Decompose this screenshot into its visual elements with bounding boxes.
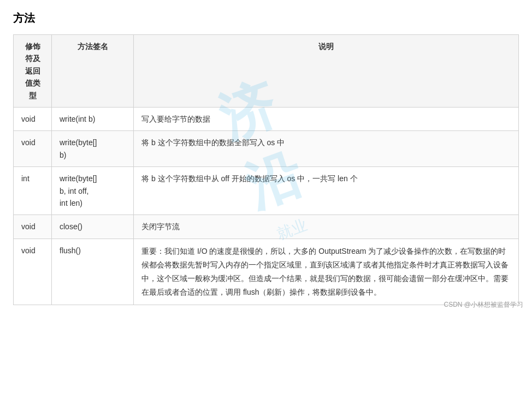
cell-description: 将 b 这个字符数组中从 off 开始的数据写入 os 中，一共写 len 个 — [134, 167, 519, 215]
cell-method: close() — [52, 215, 134, 239]
cell-method: flush() — [52, 239, 134, 305]
table-header-row: 修饰符及返回值类型 方法签名 说明 — [14, 35, 519, 108]
cell-modifier: void — [14, 107, 52, 130]
csdn-credit: CSDN @小林想被监督学习 — [444, 300, 523, 309]
cell-modifier: void — [14, 215, 52, 239]
header-modifier: 修饰符及返回值类型 — [14, 35, 52, 108]
table-row: voidflush()重要：我们知道 I/O 的速度是很慢的，所以，大多的 Ou… — [14, 239, 519, 305]
header-description: 说明 — [134, 35, 519, 108]
table-row: intwrite(byte[]b, int off,int len)将 b 这个… — [14, 167, 519, 215]
cell-description: 重要：我们知道 I/O 的速度是很慢的，所以，大多的 OutputStream … — [134, 239, 519, 305]
header-method: 方法签名 — [52, 35, 134, 108]
table-row: voidwrite(int b)写入要给字节的数据 — [14, 107, 519, 130]
cell-method: write(int b) — [52, 107, 134, 130]
cell-method: write(byte[]b) — [52, 131, 134, 167]
table-row: voidclose()关闭字节流 — [14, 215, 519, 239]
table-row: voidwrite(byte[]b)将 b 这个字符数组中的数据全部写入 os … — [14, 131, 519, 167]
methods-table: 修饰符及返回值类型 方法签名 说明 voidwrite(int b)写入要给字节… — [13, 34, 519, 305]
cell-description: 关闭字节流 — [134, 215, 519, 239]
cell-description: 将 b 这个字符数组中的数据全部写入 os 中 — [134, 131, 519, 167]
cell-modifier: int — [14, 167, 52, 215]
cell-modifier: void — [14, 239, 52, 305]
cell-modifier: void — [14, 131, 52, 167]
page-title: 方法 — [13, 11, 519, 26]
cell-description: 写入要给字节的数据 — [134, 107, 519, 130]
cell-method: write(byte[]b, int off,int len) — [52, 167, 134, 215]
